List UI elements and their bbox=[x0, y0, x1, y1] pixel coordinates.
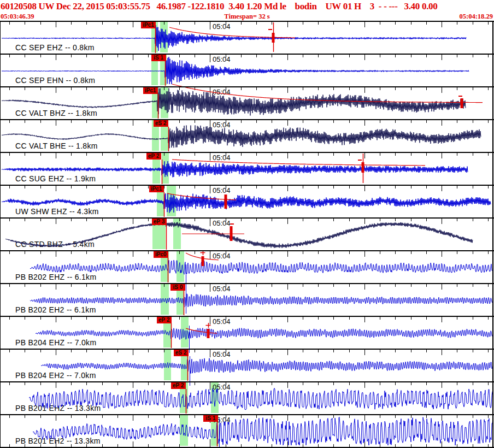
panel-divider bbox=[0, 119, 494, 120]
phase-pick-label[interactable]: iS 1 bbox=[203, 415, 218, 422]
panel-divider bbox=[0, 349, 494, 350]
phase-pick-label[interactable]: eP 2 bbox=[146, 153, 161, 160]
seismogram-canvas[interactable] bbox=[0, 0, 494, 448]
panel-divider bbox=[0, 283, 494, 284]
panel-divider bbox=[0, 381, 494, 382]
phase-pick-label[interactable]: eP 2 bbox=[171, 382, 186, 389]
seismogram-viewer-window: 60120508 UW Dec 22, 2015 05:03:55.75 46.… bbox=[0, 0, 494, 448]
panel-divider bbox=[0, 21, 494, 22]
panel-divider bbox=[0, 250, 494, 251]
panel-divider bbox=[0, 316, 494, 317]
phase-pick-label[interactable]: iS 0 bbox=[170, 284, 185, 291]
phase-pick-label[interactable]: iPc1 bbox=[141, 22, 156, 28]
panel-divider bbox=[0, 54, 494, 55]
panel-divider bbox=[0, 217, 494, 219]
panel-divider bbox=[0, 414, 494, 415]
panel-divider bbox=[0, 86, 494, 87]
phase-pick-label[interactable]: eP 2 bbox=[157, 317, 172, 323]
frame-right-edge bbox=[492, 21, 493, 448]
panel-divider bbox=[0, 185, 494, 186]
phase-pick-label[interactable]: iPc0 bbox=[154, 251, 168, 258]
panel-divider bbox=[0, 152, 494, 153]
phase-pick-label[interactable]: eS 2 bbox=[154, 120, 168, 127]
frame-left-edge bbox=[0, 21, 1, 448]
phase-pick-label[interactable]: iS 1 bbox=[151, 55, 166, 61]
phase-pick-label[interactable]: eS 2 bbox=[174, 350, 189, 356]
phase-pick-label[interactable]: iPc1 bbox=[143, 87, 158, 94]
phase-pick-label[interactable]: eP 3 bbox=[152, 219, 167, 225]
phase-pick-label[interactable]: iPc1 bbox=[149, 186, 164, 192]
